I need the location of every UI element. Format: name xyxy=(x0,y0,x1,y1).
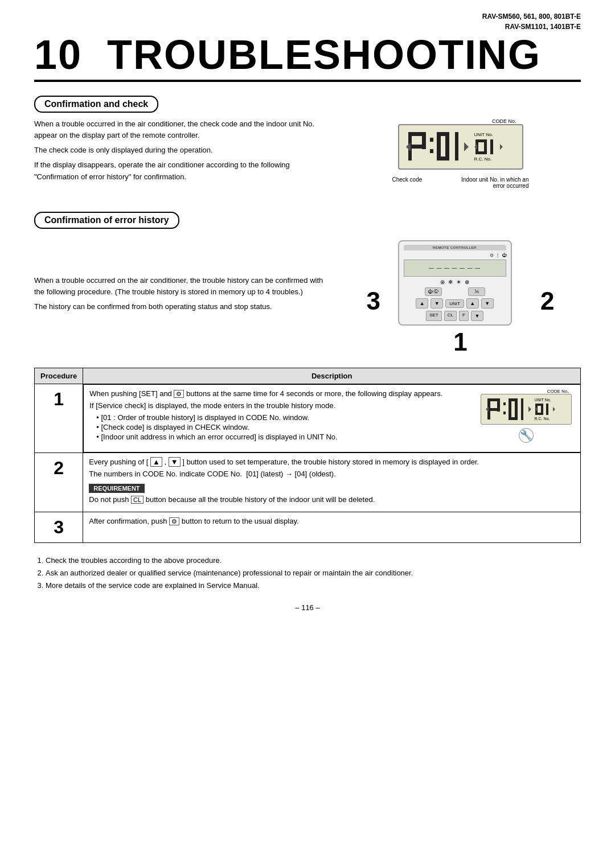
model-info: RAV-SM560, 561, 800, 801BT-E RAV-SM1101,… xyxy=(34,11,581,32)
remote-power-btn[interactable]: ⏻·① xyxy=(425,287,442,296)
footnotes-list: Check the troubles according to the abov… xyxy=(34,554,581,592)
lcd-display-wrapper: CODE No. xyxy=(392,124,529,189)
unit-no-label: UNIT No. xyxy=(474,132,493,137)
svg-marker-19 xyxy=(500,144,503,150)
section2-text: When a trouble occurred on the air condi… xyxy=(34,275,329,316)
svg-marker-12 xyxy=(464,142,469,151)
remote-nav-up2[interactable]: ▲ xyxy=(466,298,479,308)
section1-header: Confirmation and check xyxy=(34,96,158,113)
remote-down-btn[interactable]: ▼ xyxy=(430,298,443,308)
svg-rect-9 xyxy=(445,132,449,161)
model-line2: RAV-SM1101, 1401BT-E xyxy=(505,23,581,31)
remote-f-btn[interactable]: F xyxy=(459,311,469,321)
chapter-title-text: TROUBLESHOOTING xyxy=(107,32,541,77)
remote-nav-dn2[interactable]: ▼ xyxy=(481,298,494,308)
svg-rect-8 xyxy=(437,132,441,161)
section1-image: CODE No. xyxy=(340,118,581,189)
lcd-right-info: UNIT No. R.C. No. xyxy=(474,132,503,162)
svg-rect-30 xyxy=(521,398,523,420)
remote-dots: ⊙ ⋮ ⏻ xyxy=(404,253,506,258)
procedure-desc-3: After confirmation, push ⚙ button to ret… xyxy=(83,512,581,543)
step3-number: 3 xyxy=(367,287,380,315)
section2-image: 3 2 REMOTE CONTROLLER ⊙ ⋮ ⏻ — — — — — — … xyxy=(340,235,581,356)
svg-rect-10 xyxy=(455,132,458,161)
svg-marker-31 xyxy=(486,406,489,412)
remote-fan-btn[interactable]: 🌬 xyxy=(468,287,485,296)
svg-rect-4 xyxy=(430,138,433,142)
proc1-bullets: [01 : Order of trouble history] is displ… xyxy=(89,413,472,441)
footnotes: Check the troubles according to the abov… xyxy=(34,554,581,592)
lcd-labels: Check code Indoor unit No. in which an e… xyxy=(392,176,529,189)
remote-power-fan: ⏻·① 🌬 xyxy=(404,287,506,296)
step1-number: 1 xyxy=(398,328,523,356)
section1-para2: The check code is only displayed during … xyxy=(34,145,329,156)
remote-top-bar: REMOTE CONTROLLER xyxy=(404,245,506,250)
remote-icons-row: ⊛ ❄ ☀ ⊕ xyxy=(404,279,506,285)
svg-rect-24 xyxy=(503,402,506,405)
lcd-unit-svg xyxy=(474,138,503,155)
display-label-right: Indoor unit No. in which an error occurr… xyxy=(455,176,529,189)
svg-rect-1 xyxy=(408,132,424,136)
procedure-table: Procedure Description 1 When pushing [SE… xyxy=(34,368,581,543)
procedure-num-1: 1 xyxy=(35,384,83,453)
remote-set-btn[interactable]: SET xyxy=(426,311,442,321)
lcd-left-seg xyxy=(406,130,469,164)
table-lcd-p01-svg xyxy=(486,397,531,422)
model-line1: RAV-SM560, 561, 800, 801BT-E xyxy=(482,13,581,20)
table-row-2: 2 Every pushing of [ ▲ , ▼ ] button used… xyxy=(35,453,581,512)
lcd-display: CODE No. xyxy=(398,124,523,170)
svg-rect-36 xyxy=(541,404,543,415)
code-no-label: CODE No. xyxy=(491,118,518,124)
svg-rect-2 xyxy=(408,145,424,149)
section2-header: Confirmation of error history xyxy=(34,212,179,229)
table-header-description: Description xyxy=(83,368,581,384)
remote-bot-down[interactable]: ▼ xyxy=(471,311,483,321)
remote-unit-btn[interactable]: UNIT xyxy=(445,299,464,308)
remote-display: — — — — — — — xyxy=(404,260,506,277)
footnote-2: Ask an authorized dealer or qualified se… xyxy=(46,567,581,579)
svg-rect-3 xyxy=(422,132,426,149)
svg-rect-29 xyxy=(515,398,518,420)
remote-with-steps: 3 2 REMOTE CONTROLLER ⊙ ⋮ ⏻ — — — — — — … xyxy=(398,240,523,356)
proc1-text: When pushing [SET] and ⚙ buttons at the … xyxy=(89,389,472,447)
remote-up-btn[interactable]: ▲ xyxy=(416,298,428,308)
svg-rect-37 xyxy=(546,404,548,415)
chapter-title: 10 TROUBLESHOOTING xyxy=(34,34,581,82)
section1-para1: When a trouble occurred in the air condi… xyxy=(34,118,329,141)
table-unit-svg xyxy=(535,403,555,416)
display-label-left: Check code xyxy=(392,176,423,189)
table-lcd-display: CODE No. xyxy=(481,394,572,425)
requirement-box: REQUIREMENT xyxy=(89,482,575,495)
table-wrench-icon: 🔧 xyxy=(519,428,534,443)
procedure-num-2: 2 xyxy=(35,453,83,512)
section1-para3: If the display disappears, operate the a… xyxy=(34,159,329,182)
table-row-1: 1 When pushing [SET] and ⚙ buttons at th… xyxy=(35,384,581,453)
table-header-procedure: Procedure xyxy=(35,368,83,384)
svg-rect-23 xyxy=(497,398,500,412)
remote-nav-row: ▲ ▼ UNIT ▲ ▼ xyxy=(404,298,506,308)
section2-para2: The history can be confirmed from both o… xyxy=(34,301,329,312)
remote-bottom-row: SET CL F ▼ xyxy=(404,311,506,321)
table-lcd-right: UNIT No. R.C. No. xyxy=(535,398,555,421)
table-lcd-1: CODE No. xyxy=(478,389,575,447)
footnote-3: More details of the service code are exp… xyxy=(46,579,581,592)
section1-text: When a trouble occurred in the air condi… xyxy=(34,118,329,189)
remote-controller: REMOTE CONTROLLER ⊙ ⋮ ⏻ — — — — — — — ⊛ … xyxy=(398,240,512,326)
remote-cl-btn[interactable]: CL xyxy=(444,311,457,321)
svg-rect-25 xyxy=(503,412,506,414)
procedure-desc-1: When pushing [SET] and ⚙ buttons at the … xyxy=(83,384,580,452)
table-row-3: 3 After confirmation, push ⚙ button to r… xyxy=(35,512,581,543)
section2-content: When a trouble occurred on the air condi… xyxy=(34,235,581,356)
svg-rect-28 xyxy=(509,398,511,420)
section2-para1: When a trouble occurred on the air condi… xyxy=(34,275,329,298)
lcd-p01-svg xyxy=(406,130,469,164)
footnote-1: Check the troubles according to the abov… xyxy=(46,554,581,567)
procedure-num-3: 3 xyxy=(35,512,83,543)
chapter-number: 10 xyxy=(34,32,82,77)
svg-rect-16 xyxy=(484,139,487,154)
svg-marker-32 xyxy=(528,406,531,412)
section1-content: When a trouble occurred in the air condi… xyxy=(34,118,581,189)
rc-no-label: R.C. No. xyxy=(474,157,492,162)
procedure-desc-2: Every pushing of [ ▲ , ▼ ] button used t… xyxy=(83,453,581,512)
svg-rect-17 xyxy=(490,139,493,154)
